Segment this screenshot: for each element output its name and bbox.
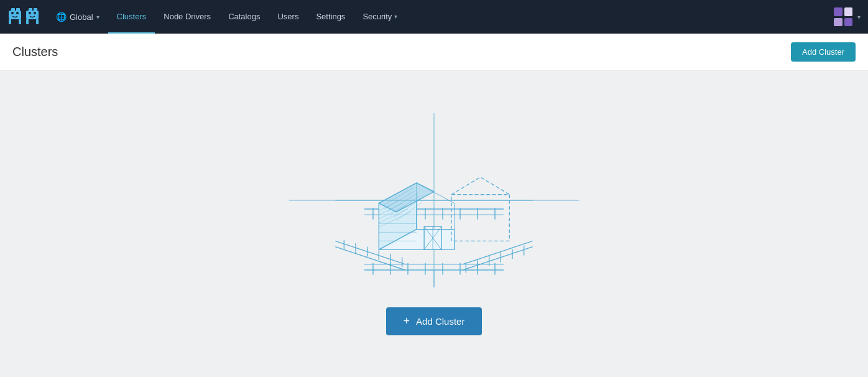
nav-item-clusters[interactable]: Clusters [108,0,155,34]
grid-cell-4 [844,18,853,27]
nav-item-users[interactable]: Users [269,0,307,34]
svg-line-25 [463,241,533,264]
global-selector[interactable]: 🌐 Global ▾ [50,8,106,26]
svg-marker-76 [451,177,509,194]
svg-line-24 [463,246,533,269]
navbar-right: ▾ [830,4,861,30]
globe-icon: 🌐 [56,12,67,22]
plus-icon: + [404,315,410,328]
add-cluster-center-label: Add Cluster [416,316,464,327]
add-cluster-button[interactable]: Add Cluster [791,42,856,62]
nav-item-catalogs[interactable]: Catalogs [219,0,269,34]
global-label: Global [70,12,93,22]
svg-point-13 [34,12,36,14]
page-header: Clusters Add Cluster [0,34,868,71]
svg-point-12 [29,12,31,14]
cluster-illustration [285,113,583,287]
grid-cell-1 [834,7,843,16]
svg-rect-11 [36,19,39,24]
svg-point-5 [11,12,14,14]
svg-rect-3 [9,19,11,24]
svg-line-16 [335,246,405,269]
nav-item-security[interactable]: Security ▾ [354,0,406,34]
chevron-down-icon: ▾ [96,14,99,21]
svg-rect-10 [26,19,29,24]
add-cluster-center-button[interactable]: + Add Cluster [386,307,482,335]
nav-item-settings[interactable]: Settings [307,0,354,34]
page-title: Clusters [12,45,58,59]
app-logo[interactable] [7,6,40,28]
empty-state: + Add Cluster [0,71,868,377]
svg-point-6 [16,12,19,14]
nav-items: Clusters Node Drivers Catalogs Users Set… [108,0,830,34]
svg-rect-4 [19,19,21,24]
security-chevron-icon: ▾ [394,13,397,20]
grid-cell-2 [844,7,853,16]
navbar: 🌐 Global ▾ Clusters Node Drivers Catalog… [0,0,868,34]
grid-cell-3 [834,18,843,27]
app-switcher-chevron-icon: ▾ [857,14,861,21]
nav-item-node-drivers[interactable]: Node Drivers [155,0,219,34]
app-switcher-button[interactable] [830,4,856,30]
